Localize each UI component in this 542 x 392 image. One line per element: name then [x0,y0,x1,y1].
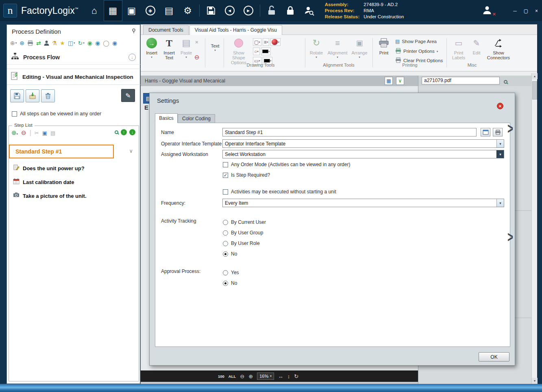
forward-button[interactable]: ► [239,0,258,21]
edit-process-button[interactable]: ✎ [121,89,135,102]
layout-grid-button[interactable]: ▦ [385,77,393,85]
import-process-button[interactable] [26,89,39,102]
navigator-button[interactable]: ◈ [141,0,160,21]
refresh-icon[interactable]: ↻▾ [78,40,85,46]
print-labels-button[interactable]: ▭ Print Labels [450,37,468,60]
any-order-checkbox[interactable] [12,111,17,117]
cut-icon[interactable]: ✂ [35,130,39,136]
scroll-down-icon[interactable]: ▼ [532,378,538,384]
web-link-icon[interactable]: ⊛ [20,40,24,46]
documents-button[interactable]: ▣ [122,0,141,21]
frequency-dropdown[interactable]: Every Item ▾ [222,199,504,207]
by-current-user-radio[interactable] [223,220,228,225]
add-step-icon[interactable]: ⊕▾ [11,129,18,136]
stroke-color-picker[interactable]: ▾ [261,48,271,55]
delete-shape-icon[interactable]: × [195,39,198,45]
move-up-icon[interactable]: ↑ [121,129,127,135]
insert-text-button[interactable]: T Insert Text [161,37,177,60]
zoom-all-button[interactable]: ALL [229,374,236,379]
record-icon[interactable]: ◉ [87,40,92,46]
process-editor-button[interactable]: ▦ [104,0,122,21]
add-icon[interactable]: ⊕▾ [10,40,17,46]
zoom-in-icon[interactable]: ⊕ [248,373,253,379]
dialog-close-button[interactable]: × [497,103,503,109]
step-item[interactable]: Take a picture of the unit. [13,191,87,201]
name-input[interactable] [222,128,477,136]
step-required-checkbox[interactable] [223,173,228,178]
arrange-button[interactable]: ▣ Arrange▾ [350,37,369,59]
name-print-button[interactable] [493,128,503,136]
unlock-button[interactable] [262,0,281,21]
select-check-button[interactable]: ∨ [396,77,404,85]
delete-process-button[interactable] [41,89,55,102]
remove-icon[interactable]: ⊖ [194,54,200,61]
find-user-button[interactable] [300,0,318,21]
workstation-dropdown[interactable]: Select Workstation ▾ [222,150,504,158]
approval-no-radio[interactable] [223,281,228,286]
print-button[interactable]: Print [376,37,392,55]
ok-button[interactable]: OK [479,352,509,362]
remove-step-icon[interactable]: ⊖ [21,129,26,136]
pan-horizontal-icon[interactable]: ↔ [278,373,283,379]
scrollbar-thumb[interactable] [532,81,537,100]
lock-button[interactable] [281,0,300,21]
next-page-chevron-icon[interactable]: > [507,229,513,246]
save-process-button[interactable] [10,89,24,102]
zoom-100-button[interactable]: 100 [218,374,224,379]
back-button[interactable]: ◄ [220,0,239,21]
user-icon[interactable] [44,40,49,46]
next-page-chevron-icon[interactable]: > [507,120,513,137]
transfer-icon[interactable]: ⇄ [36,40,41,46]
process-flow-row[interactable]: Process Flow ↓ [7,50,141,65]
show-connectors-button[interactable]: Show Connectors [485,37,512,60]
library-button[interactable]: ▤ [160,0,178,21]
name-localize-button[interactable] [481,128,490,136]
find-step-icon[interactable] [115,130,118,134]
scroll-up-icon[interactable]: ▲ [532,73,538,79]
ellipse-shape-button[interactable]: ○▾ [253,48,260,55]
step-item[interactable]: Last calibration date [13,177,74,187]
rectangle-shape-button[interactable]: ▢▾ [253,38,261,46]
move-down-icon[interactable]: ↓ [129,129,135,135]
show-page-area-button[interactable]: ▤ Show Page Area [395,39,437,44]
star-icon[interactable]: ★ [60,40,65,46]
stop-icon[interactable]: ◯ [103,40,109,46]
insert-button[interactable]: → Insert▾ [144,37,159,59]
by-user-role-radio[interactable] [223,241,228,246]
info-icon[interactable]: ◉ [112,40,117,46]
minimize-button[interactable]: ─ [513,8,517,14]
tab-color-coding[interactable]: Color Coding [178,114,215,123]
tab-document-tools[interactable]: Document Tools [143,25,189,35]
save-button[interactable] [202,0,220,21]
oit-dropdown[interactable]: Operator Interface Template ▾ [222,139,504,148]
text-dropdown-button[interactable]: Text▾ [208,42,222,52]
step-item-selected[interactable]: Standard Step #1 [9,145,114,158]
globe-icon[interactable]: ◉ [95,40,100,46]
any-order-mode-checkbox[interactable] [223,162,228,167]
step-expander-icon[interactable]: ∨ [129,148,133,154]
printer-options-button[interactable]: Printer Options ▾ [395,48,438,54]
step-item[interactable]: Does the unit power up? [13,163,85,173]
by-user-group-radio[interactable] [223,230,228,236]
tab-visual-aid-tools[interactable]: Visual Aid Tools - Harris - Goggle Visu [189,25,282,35]
logout-user-button[interactable]: × [482,5,494,16]
tracking-no-radio[interactable] [223,251,228,257]
copy-icon[interactable]: ▣ [42,130,47,136]
alignment-button[interactable]: ≡ Alignment▾ [327,37,348,59]
zoom-out-icon[interactable]: ⊖ [240,373,244,379]
pdf-name-box[interactable]: a271079.pdf [422,77,500,84]
collapse-icon[interactable]: ↓ [128,54,136,61]
search-icon[interactable] [504,78,507,85]
paste-icon[interactable]: ▤ [50,130,55,136]
maximize-button[interactable]: ▢ [524,8,528,14]
activities-without-unit-checkbox[interactable] [223,189,228,195]
rotate-view-icon[interactable]: ↻ [294,373,298,379]
zoom-level-combo[interactable]: 16% ▾ [257,373,274,380]
pin-icon[interactable] [131,28,137,35]
settings-button[interactable]: ⚙ [178,0,197,21]
rotate-button[interactable]: ↻ Rotate▾ [308,37,324,59]
paste-button[interactable]: ▤ Paste▾ [179,37,194,59]
show-shape-options-button[interactable]: Show Shape Options [226,37,251,65]
edit-button[interactable]: ✎ Edit [469,37,484,55]
print-icon[interactable] [27,40,33,46]
